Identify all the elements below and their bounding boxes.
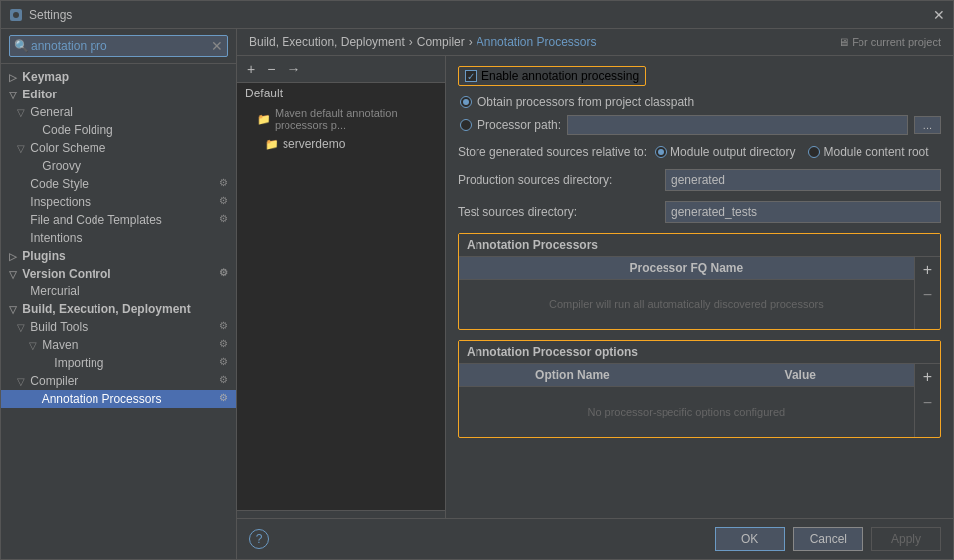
sidebar-item-editor[interactable]: ▽ Editor — [1, 86, 236, 103]
module-output-radio[interactable] — [655, 146, 667, 158]
panel-body: + − → Default 📁 Maven default annotation… — [237, 56, 953, 518]
sidebar-item-label: Keymap — [22, 70, 69, 84]
proc-path-radio-row: Processor path: ... — [460, 115, 941, 135]
add-annotation-button[interactable]: + — [915, 257, 940, 282]
annotation-options-title: Annotation Processor options — [459, 341, 940, 364]
annotation-options-body: No processor-specific options configured — [459, 387, 914, 437]
sidebar-item-label: Annotation Processors — [42, 392, 162, 406]
expand-icon: ▽ — [17, 376, 27, 387]
apply-button[interactable]: Apply — [871, 527, 941, 551]
sources-options: Module output directory Module content r… — [655, 145, 928, 159]
proc-item-maven[interactable]: 📁 Maven default annotation processors p.… — [237, 104, 445, 134]
ok-button[interactable]: OK — [715, 527, 785, 551]
prod-sources-input[interactable] — [665, 169, 941, 191]
project-icon: 🖥 — [838, 36, 849, 48]
sidebar-item-plugins[interactable]: ▷ Plugins — [1, 247, 236, 265]
breadcrumb-part2: Compiler — [417, 35, 465, 49]
value-col: Value — [686, 364, 914, 386]
sidebar-item-build-tools[interactable]: ▽ Build Tools ⚙ — [1, 318, 236, 336]
add-option-button[interactable]: + — [915, 364, 940, 390]
main-panel: Build, Execution, Deployment › Compiler … — [237, 29, 953, 559]
obtain-radio[interactable] — [460, 96, 472, 108]
gear-icon: ⚙ — [219, 177, 228, 188]
gear-icon: ⚙ — [219, 195, 228, 206]
breadcrumb: Build, Execution, Deployment › Compiler … — [237, 29, 953, 56]
titlebar: Settings ✕ — [1, 1, 953, 29]
sidebar-item-compiler[interactable]: ▽ Compiler ⚙ — [1, 372, 236, 390]
for-current-label: For current project — [852, 36, 941, 48]
cancel-button[interactable]: Cancel — [793, 527, 863, 551]
main-content: 🔍 ✕ ▷ Keymap ▽ Editor ▽ General — [1, 29, 953, 559]
sidebar-item-code-folding[interactable]: Code Folding — [1, 121, 236, 139]
proc-list-footer — [237, 510, 445, 518]
remove-option-button[interactable]: − — [915, 390, 940, 416]
remove-processor-button[interactable]: − — [263, 60, 279, 78]
expand-icon: ▽ — [9, 90, 19, 100]
settings-window: Settings ✕ 🔍 ✕ ▷ Keymap ▽ Editor — [0, 0, 954, 560]
search-input[interactable] — [31, 39, 211, 53]
browse-button[interactable]: ... — [914, 116, 941, 134]
module-content-radio[interactable] — [808, 146, 820, 158]
right-settings-panel: Enable annotation processing Obtain proc… — [446, 56, 953, 518]
close-button[interactable]: ✕ — [933, 7, 945, 23]
sidebar-item-label: Importing — [54, 356, 103, 370]
sidebar-item-version-control[interactable]: ▽ Version Control ⚙ — [1, 265, 236, 282]
enable-checkbox-wrap[interactable]: Enable annotation processing — [458, 66, 646, 86]
gear-icon: ⚙ — [219, 392, 228, 403]
breadcrumb-sep2: › — [469, 35, 473, 49]
help-button[interactable]: ? — [249, 529, 269, 549]
expand-icon: ▷ — [9, 251, 19, 262]
radio-group: Obtain processors from project classpath… — [458, 95, 941, 135]
proc-path-input[interactable] — [567, 115, 908, 135]
sidebar-item-maven[interactable]: ▽ Maven ⚙ — [1, 336, 236, 354]
sidebar-item-label: Editor — [22, 88, 57, 101]
annotation-processors-section: Annotation Processors Processor FQ Name … — [458, 233, 941, 330]
store-label: Store generated sources relative to: — [458, 145, 647, 159]
module-content-row: Module content root — [808, 145, 929, 159]
proc-path-radio[interactable] — [460, 119, 472, 131]
annotation-options-header: Option Name Value — [459, 364, 914, 387]
sidebar-item-general[interactable]: ▽ General — [1, 103, 236, 121]
proc-path-label: Processor path: — [477, 118, 561, 132]
search-input-wrap[interactable]: 🔍 ✕ — [9, 35, 228, 57]
sidebar-item-file-code-templates[interactable]: File and Code Templates ⚙ — [1, 211, 236, 229]
search-clear-icon[interactable]: ✕ — [211, 38, 223, 54]
sources-row: Store generated sources relative to: Mod… — [458, 145, 941, 159]
processor-list-panel: + − → Default 📁 Maven default annotation… — [237, 56, 446, 518]
expand-icon: ▽ — [9, 269, 19, 280]
test-sources-input[interactable] — [665, 201, 941, 223]
sidebar-item-groovy[interactable]: Groovy — [1, 157, 236, 175]
enable-checkbox[interactable] — [465, 70, 477, 82]
breadcrumb-part1: Build, Execution, Deployment — [249, 35, 405, 49]
sidebar-item-code-style[interactable]: Code Style ⚙ — [1, 175, 236, 193]
sidebar-item-importing[interactable]: Importing ⚙ — [1, 354, 236, 372]
sidebar-item-build-exec-deploy[interactable]: ▽ Build, Execution, Deployment — [1, 300, 236, 318]
enable-row: Enable annotation processing — [458, 66, 941, 86]
sidebar-item-keymap[interactable]: ▷ Keymap — [1, 68, 236, 86]
proc-item-serverdemo[interactable]: 📁 serverdemo — [237, 134, 445, 154]
annotation-processors-content: Processor FQ Name Compiler will run all … — [459, 257, 914, 329]
sidebar-item-label: Code Style — [30, 177, 89, 191]
module-content-label: Module content root — [824, 145, 929, 159]
titlebar-left: Settings — [9, 8, 72, 22]
obtain-label: Obtain processors from project classpath — [477, 95, 694, 109]
breadcrumb-part3: Annotation Processors — [477, 35, 597, 49]
expand-icon: ▽ — [17, 322, 27, 333]
sidebar-item-inspections[interactable]: Inspections ⚙ — [1, 193, 236, 211]
sidebar-item-color-scheme[interactable]: ▽ Color Scheme — [1, 139, 236, 157]
footer-left: ? — [249, 529, 269, 549]
remove-annotation-button[interactable]: − — [915, 282, 940, 308]
sidebar-item-mercurial[interactable]: Mercurial — [1, 282, 236, 300]
sidebar-item-annotation-processors[interactable]: Annotation Processors ⚙ — [1, 390, 236, 408]
sidebar-tree: ▷ Keymap ▽ Editor ▽ General Code Folding… — [1, 64, 236, 559]
enable-label: Enable annotation processing — [481, 69, 639, 83]
sidebar-item-label: General — [30, 105, 73, 119]
navigate-processor-button[interactable]: → — [283, 60, 304, 78]
add-processor-button[interactable]: + — [243, 60, 259, 78]
breadcrumb-right: 🖥 For current project — [838, 36, 941, 48]
proc-list-toolbar: + − → — [237, 56, 445, 83]
sidebar-item-intentions[interactable]: Intentions — [1, 229, 236, 247]
module-output-label: Module output directory — [670, 145, 795, 159]
proc-item-default[interactable]: Default — [237, 83, 445, 104]
annotation-processors-header: Processor FQ Name — [459, 257, 914, 280]
